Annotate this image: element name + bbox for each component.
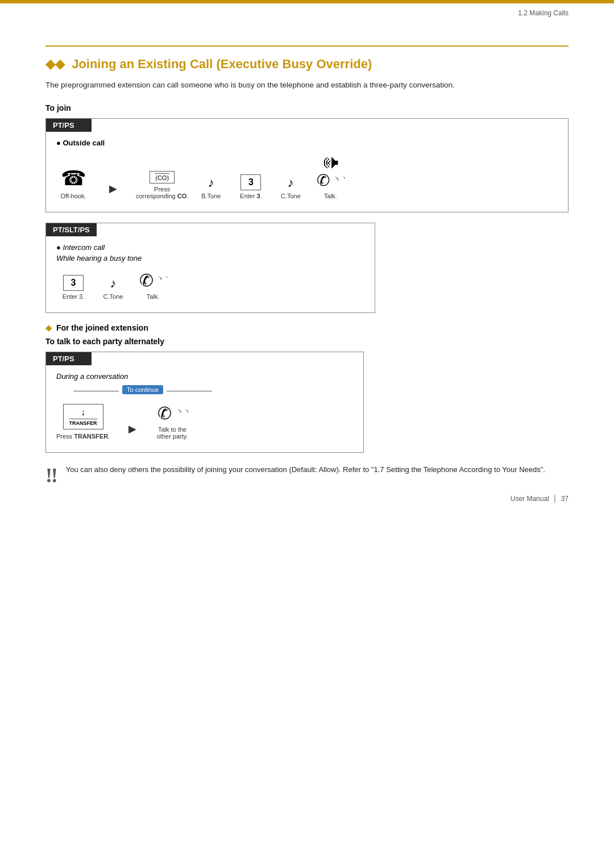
diamond2-icon: ◆ [45, 323, 52, 332]
page: 1.2 Making Calls ◆◆ Joining an Existing … [0, 0, 614, 520]
diamond-icon: ◆◆ [45, 57, 65, 72]
note-btone-icon: ♪ [208, 176, 214, 190]
key3-label-2: Enter 3. [63, 293, 85, 300]
key3-step-1: 3 Enter 3. [234, 174, 268, 199]
co-press-label: Presscorresponding CO. [136, 186, 188, 199]
ctone-label-1: C.Tone [281, 193, 301, 199]
svg-text:✆: ✆ [317, 172, 330, 189]
pt-ps-talk-content: During a conversation To continue ↓ TRAN… [46, 365, 363, 452]
transfer-step: ↓ TRANSFER Press TRANSFER. [56, 404, 110, 440]
talk-step-1: 🕪︎ ✆ ヽヽ Talk. [313, 153, 347, 199]
pt-slt-ps-content: ● Intercom call While hearing a busy ton… [46, 236, 375, 312]
offhook-label: Off-hook. [60, 193, 86, 199]
arrow-step-1: ▶ [96, 182, 130, 199]
svg-text:✆: ✆ [157, 404, 172, 423]
to-continue-badge: To continue [122, 385, 163, 394]
handset-waves-icon-1: ✆ ヽヽ [316, 169, 345, 190]
svg-text:✆: ✆ [139, 271, 154, 290]
for-joined-text: For the joined extension [56, 323, 148, 332]
key3-label-1: Enter 3. [240, 193, 262, 199]
note-exclamation-icon: ‼ [45, 465, 58, 486]
key3-box-2: 3 [63, 275, 84, 291]
pt-ps-talk-header: PT/PS [46, 352, 92, 365]
svg-text:ヽヽ: ヽヽ [176, 407, 188, 415]
intercom-call-label: ● Intercom call [56, 243, 364, 252]
talk-label-1: Talk. [324, 193, 337, 199]
transfer-divider [69, 419, 97, 419]
to-talk-label: To talk to each party alternately [45, 337, 569, 346]
talk-label-2: Talk. [147, 293, 160, 300]
to-continue-line-right [167, 391, 212, 391]
offhook-step: ☎ Off-hook. [56, 166, 90, 199]
arrow-icon-1: ▶ [109, 182, 117, 195]
pt-ps-header: PT/PS [46, 119, 92, 132]
ctone-step-2: ♪ C.Tone [96, 276, 130, 300]
intro-text: The preprogrammed extension can call som… [45, 80, 569, 91]
ctone-label-2: C.Tone [103, 293, 123, 300]
svg-text:ヽヽ: ヽヽ [333, 174, 345, 183]
note-ctone-icon-2: ♪ [110, 276, 117, 291]
arrow-icon-2: ▶ [128, 423, 136, 435]
note-text: You can also deny others the possibility… [66, 464, 545, 476]
page-title-text: Joining an Existing Call (Executive Busy… [72, 57, 372, 71]
transfer-arrow-icon: ↓ [81, 407, 85, 418]
talk-step-3: ✆ ヽヽ Talk to theother party. [155, 400, 189, 440]
phone-icon: ☎ [61, 166, 86, 190]
top-line [45, 45, 569, 47]
press-transfer-label: Press TRANSFER. [56, 433, 110, 440]
co-key-line [155, 173, 169, 174]
section-label: 1.2 Making Calls [518, 9, 569, 17]
pt-slt-ps-header: PT/SLT/PS [46, 223, 97, 236]
for-joined-label: ◆ For the joined extension [45, 323, 569, 332]
during-conv-label: During a conversation [56, 372, 353, 381]
to-continue-line-left [73, 391, 119, 391]
pt-ps-step-row: ☎ Off-hook. ▶ (CO) Presscorresponding CO… [56, 153, 558, 199]
transfer-box: ↓ TRANSFER [63, 404, 103, 429]
busy-tone-label: While hearing a busy tone [56, 254, 364, 262]
co-key-label: (CO) [155, 174, 169, 181]
header-bar [0, 0, 614, 3]
page-title: ◆◆ Joining an Existing Call (Executive B… [45, 57, 569, 72]
note-box: ‼ You can also deny others the possibili… [45, 464, 569, 486]
talk-label-3: Talk to theother party. [157, 426, 188, 440]
pt-ps-talk-box: PT/PS During a conversation To continue … [45, 352, 364, 453]
footer-page: 37 [561, 495, 569, 503]
to-join-label: To join [45, 103, 569, 112]
footer-label: User Manual │ 37 [511, 495, 569, 503]
handset-waves-icon-3: ✆ ヽヽ [156, 400, 188, 424]
outside-call-label: ● Outside call [56, 139, 558, 147]
arrow-step-2: ▶ [115, 423, 150, 440]
pt-ps-talk-step-row: ↓ TRANSFER Press TRANSFER. ▶ ✆ ヽヽ [56, 400, 353, 440]
pt-slt-ps-box: PT/SLT/PS ● Intercom call While hearing … [45, 223, 375, 313]
svg-text:ヽヽ: ヽヽ [156, 274, 168, 282]
to-continue-row: To continue [73, 385, 353, 397]
ctone-step-1: ♪ C.Tone [273, 176, 308, 199]
btone-step: ♪ B.Tone [194, 176, 228, 199]
pt-ps-content: ● Outside call ☎ Off-hook. ▶ (CO) [46, 132, 568, 212]
co-key: (CO) [150, 171, 175, 183]
pt-slt-ps-step-row: 3 Enter 3. ♪ C.Tone ✆ ヽヽ Talk. [56, 268, 364, 300]
pt-ps-box: PT/PS ● Outside call ☎ Off-hook. ▶ (CO) [45, 118, 569, 212]
note-ctone-icon-1: ♪ [288, 176, 294, 190]
footer-text: User Manual [511, 495, 549, 503]
transfer-key-label: TRANSFER [69, 420, 97, 426]
handset-waves-icon-2: ✆ ヽヽ [138, 268, 168, 291]
co-step: (CO) Presscorresponding CO. [136, 171, 188, 199]
btone-label: B.Tone [201, 193, 221, 199]
talk-step-2: ✆ ヽヽ Talk. [136, 268, 170, 300]
key3-step-2: 3 Enter 3. [56, 275, 90, 300]
key3-box-1: 3 [240, 174, 261, 190]
